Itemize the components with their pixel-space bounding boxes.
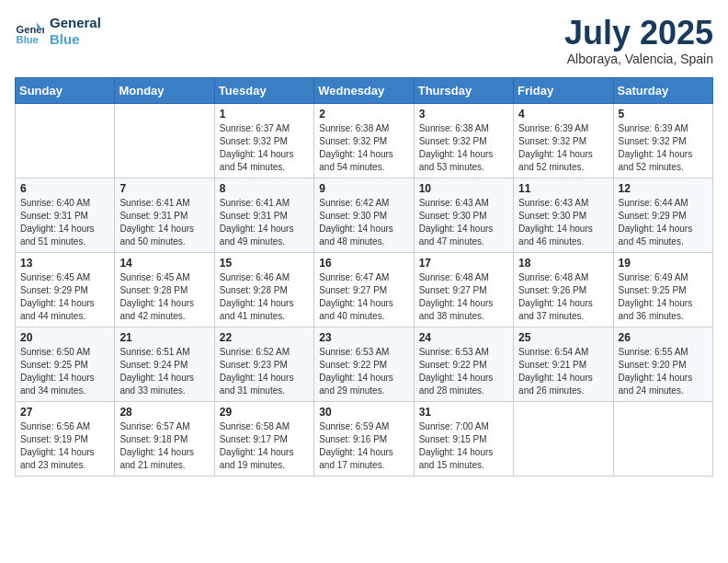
calendar-cell: 31Sunrise: 7:00 AM Sunset: 9:15 PM Dayli… [414,401,513,476]
day-number: 21 [119,331,209,344]
day-number: 11 [518,182,608,195]
day-number: 25 [518,331,608,344]
calendar-cell: 13Sunrise: 6:45 AM Sunset: 9:29 PM Dayli… [16,252,115,327]
day-info: Sunrise: 6:51 AM Sunset: 9:24 PM Dayligh… [119,346,209,397]
day-info: Sunrise: 6:39 AM Sunset: 9:32 PM Dayligh… [518,122,608,174]
day-number: 19 [619,257,708,270]
calendar-cell [613,401,712,476]
day-info: Sunrise: 7:00 AM Sunset: 9:15 PM Dayligh… [419,420,508,472]
calendar-cell: 24Sunrise: 6:53 AM Sunset: 9:22 PM Dayli… [414,327,513,401]
calendar-cell: 21Sunrise: 6:51 AM Sunset: 9:24 PM Dayli… [115,327,214,401]
calendar-cell: 20Sunrise: 6:50 AM Sunset: 9:25 PM Dayli… [16,327,115,401]
calendar-week-row: 20Sunrise: 6:50 AM Sunset: 9:25 PM Dayli… [16,327,713,401]
day-info: Sunrise: 6:41 AM Sunset: 9:31 PM Dayligh… [119,197,209,248]
logo-icon: General Blue [15,17,44,46]
day-number: 16 [319,257,408,270]
day-info: Sunrise: 6:39 AM Sunset: 9:32 PM Dayligh… [619,122,708,174]
calendar-week-row: 13Sunrise: 6:45 AM Sunset: 9:29 PM Dayli… [16,252,713,327]
svg-text:General: General [17,24,44,35]
calendar-week-row: 27Sunrise: 6:56 AM Sunset: 9:19 PM Dayli… [16,401,713,476]
day-number: 27 [20,406,109,419]
month-title: July 2025 [564,15,713,52]
calendar-cell: 19Sunrise: 6:49 AM Sunset: 9:25 PM Dayli… [613,252,712,327]
calendar-cell: 3Sunrise: 6:38 AM Sunset: 9:32 PM Daylig… [414,103,513,178]
calendar-cell: 12Sunrise: 6:44 AM Sunset: 9:29 PM Dayli… [613,178,712,252]
day-info: Sunrise: 6:47 AM Sunset: 9:27 PM Dayligh… [319,271,408,323]
day-number: 7 [119,182,209,195]
calendar-cell: 15Sunrise: 6:46 AM Sunset: 9:28 PM Dayli… [214,252,313,327]
day-info: Sunrise: 6:48 AM Sunset: 9:27 PM Dayligh… [419,271,508,323]
day-info: Sunrise: 6:59 AM Sunset: 9:16 PM Dayligh… [319,420,408,472]
day-info: Sunrise: 6:40 AM Sunset: 9:31 PM Dayligh… [20,197,109,248]
calendar-cell: 6Sunrise: 6:40 AM Sunset: 9:31 PM Daylig… [16,178,115,252]
page-header: General Blue GeneralBlue July 2025 Albor… [15,15,713,66]
svg-text:Blue: Blue [17,34,39,45]
day-info: Sunrise: 6:44 AM Sunset: 9:29 PM Dayligh… [619,197,708,248]
day-number: 15 [220,257,309,270]
day-info: Sunrise: 6:54 AM Sunset: 9:21 PM Dayligh… [518,346,608,397]
weekday-header: Thursday [414,77,513,103]
day-info: Sunrise: 6:58 AM Sunset: 9:17 PM Dayligh… [220,420,309,472]
calendar-cell: 4Sunrise: 6:39 AM Sunset: 9:32 PM Daylig… [514,103,613,178]
day-info: Sunrise: 6:43 AM Sunset: 9:30 PM Dayligh… [518,197,608,248]
day-number: 26 [619,331,708,344]
calendar-cell: 5Sunrise: 6:39 AM Sunset: 9:32 PM Daylig… [613,103,712,178]
calendar-cell: 28Sunrise: 6:57 AM Sunset: 9:18 PM Dayli… [115,401,214,476]
day-number: 24 [419,331,508,344]
calendar-cell: 18Sunrise: 6:48 AM Sunset: 9:26 PM Dayli… [514,252,613,327]
day-number: 18 [518,257,608,270]
day-info: Sunrise: 6:53 AM Sunset: 9:22 PM Dayligh… [419,346,508,397]
day-number: 10 [419,182,508,195]
day-number: 17 [419,257,508,270]
day-number: 9 [319,182,408,195]
day-info: Sunrise: 6:42 AM Sunset: 9:30 PM Dayligh… [319,197,408,248]
day-info: Sunrise: 6:41 AM Sunset: 9:31 PM Dayligh… [220,197,309,248]
day-number: 30 [319,406,408,419]
title-block: July 2025 Alboraya, Valencia, Spain [564,15,713,66]
calendar-cell: 25Sunrise: 6:54 AM Sunset: 9:21 PM Dayli… [514,327,613,401]
calendar-cell [115,103,214,178]
logo: General Blue GeneralBlue [15,15,101,48]
weekday-header: Sunday [16,77,115,103]
day-info: Sunrise: 6:56 AM Sunset: 9:19 PM Dayligh… [20,420,109,472]
calendar-cell: 14Sunrise: 6:45 AM Sunset: 9:28 PM Dayli… [115,252,214,327]
day-number: 12 [619,182,708,195]
day-info: Sunrise: 6:55 AM Sunset: 9:20 PM Dayligh… [619,346,708,397]
day-info: Sunrise: 6:38 AM Sunset: 9:32 PM Dayligh… [319,122,408,174]
day-number: 13 [20,257,109,270]
day-number: 29 [220,406,309,419]
calendar-cell: 17Sunrise: 6:48 AM Sunset: 9:27 PM Dayli… [414,252,513,327]
calendar-cell: 8Sunrise: 6:41 AM Sunset: 9:31 PM Daylig… [214,178,313,252]
logo-text: GeneralBlue [50,15,101,48]
day-info: Sunrise: 6:52 AM Sunset: 9:23 PM Dayligh… [220,346,309,397]
day-info: Sunrise: 6:45 AM Sunset: 9:29 PM Dayligh… [20,271,109,323]
day-number: 4 [518,108,608,121]
day-number: 2 [319,108,408,121]
day-number: 6 [20,182,109,195]
calendar-table: SundayMondayTuesdayWednesdayThursdayFrid… [15,77,713,477]
calendar-cell: 29Sunrise: 6:58 AM Sunset: 9:17 PM Dayli… [214,401,313,476]
weekday-header: Wednesday [314,77,414,103]
day-info: Sunrise: 6:49 AM Sunset: 9:25 PM Dayligh… [619,271,708,323]
calendar-cell: 1Sunrise: 6:37 AM Sunset: 9:32 PM Daylig… [214,103,313,178]
calendar-cell: 23Sunrise: 6:53 AM Sunset: 9:22 PM Dayli… [314,327,414,401]
calendar-cell: 26Sunrise: 6:55 AM Sunset: 9:20 PM Dayli… [613,327,712,401]
day-info: Sunrise: 6:57 AM Sunset: 9:18 PM Dayligh… [119,420,209,472]
day-info: Sunrise: 6:46 AM Sunset: 9:28 PM Dayligh… [220,271,309,323]
day-info: Sunrise: 6:45 AM Sunset: 9:28 PM Dayligh… [119,271,209,323]
calendar-cell: 11Sunrise: 6:43 AM Sunset: 9:30 PM Dayli… [514,178,613,252]
calendar-cell [16,103,115,178]
day-info: Sunrise: 6:50 AM Sunset: 9:25 PM Dayligh… [20,346,109,397]
day-info: Sunrise: 6:48 AM Sunset: 9:26 PM Dayligh… [518,271,608,323]
calendar-cell: 2Sunrise: 6:38 AM Sunset: 9:32 PM Daylig… [314,103,414,178]
day-number: 31 [419,406,508,419]
day-number: 14 [119,257,209,270]
calendar-cell [514,401,613,476]
calendar-cell: 7Sunrise: 6:41 AM Sunset: 9:31 PM Daylig… [115,178,214,252]
weekday-header: Friday [514,77,613,103]
day-number: 1 [220,108,309,121]
day-number: 22 [220,331,309,344]
day-info: Sunrise: 6:37 AM Sunset: 9:32 PM Dayligh… [220,122,309,174]
calendar-cell: 16Sunrise: 6:47 AM Sunset: 9:27 PM Dayli… [314,252,414,327]
calendar-cell: 10Sunrise: 6:43 AM Sunset: 9:30 PM Dayli… [414,178,513,252]
